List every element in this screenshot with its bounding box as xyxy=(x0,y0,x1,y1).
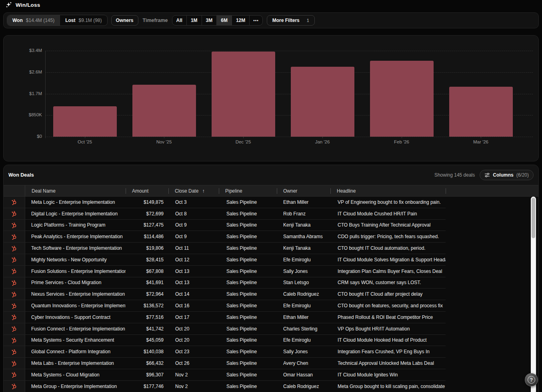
table-row[interactable]: Meta Logic - Enterprise Implementation$1… xyxy=(4,197,538,208)
timeframe-12m-button[interactable]: 12M xyxy=(232,16,249,25)
deal-name-cell: Cyber Innovations - Support Contract xyxy=(25,314,126,320)
headline-cell: IT Cloud Module Crushed HR/IT Pain xyxy=(330,211,446,217)
table-body: Meta Logic - Enterprise Implementation$1… xyxy=(4,197,538,392)
amount-cell: $127,475 xyxy=(126,222,168,228)
owner-cell: Caleb Rodriguez xyxy=(277,291,330,297)
owner-cell: Sally Jones xyxy=(277,349,330,354)
column-header-owner[interactable]: Owner xyxy=(277,185,330,196)
table-row[interactable]: Fusion Connect - Enterprise Implementati… xyxy=(4,323,538,335)
pipeline-cell: Sales Pipeline xyxy=(219,291,277,297)
sliders-icon xyxy=(484,172,490,178)
column-header-close-date[interactable]: Close Date↑ xyxy=(168,185,219,196)
headline-cell: CTO Buys Training After Technical Approv… xyxy=(330,222,446,228)
amount-cell: $136,572 xyxy=(126,303,168,308)
hubspot-icon xyxy=(4,243,25,254)
column-header-headline[interactable]: Headline xyxy=(330,185,446,196)
deal-name-cell: Digital Logic - Enterprise Implementatio… xyxy=(25,211,126,217)
won-label: Won xyxy=(12,18,23,23)
pipeline-cell: Sales Pipeline xyxy=(219,211,277,217)
bar-feb--26[interactable] xyxy=(370,61,434,137)
bar-mar--26[interactable] xyxy=(449,87,513,137)
deal-name-cell: Meta Labs - Enterprise Implementation xyxy=(25,360,126,366)
table-row[interactable]: Meta Labs - Enterprise Implementation$66… xyxy=(4,358,538,369)
table-column-header-row: Deal NameAmountClose Date↑PipelineOwnerH… xyxy=(4,185,538,197)
owner-cell: Ethan Miller xyxy=(277,314,330,320)
hubspot-icon xyxy=(4,312,25,323)
owner-cell: Rob Franz xyxy=(277,211,330,217)
close-date-cell: Oct 16 xyxy=(168,303,219,308)
hubspot-icon xyxy=(4,277,25,289)
amount-cell: $28,415 xyxy=(126,257,168,263)
lost-filter-button[interactable]: Lost $9.1M (98) xyxy=(60,15,107,26)
headline-cell: IT Cloud Module Ignites Win xyxy=(330,372,446,378)
headline-cell: IT Cloud Module Solves Migration & Suppo… xyxy=(330,257,446,263)
table-row[interactable]: Quantum Innovations - Enterprise Impleme… xyxy=(4,300,538,312)
table-row[interactable]: Meta Group - Enterprise Implementation$1… xyxy=(4,381,538,392)
hubspot-icon xyxy=(4,220,25,231)
close-date-cell: Oct 11 xyxy=(168,245,219,251)
close-date-cell: Oct 20 xyxy=(168,326,219,332)
owner-cell: Sally Jones xyxy=(277,269,330,274)
hubspot-icon xyxy=(4,254,25,266)
close-date-cell: Oct 17 xyxy=(168,314,219,320)
timeframe-1m-button[interactable]: 1M xyxy=(186,16,202,25)
deal-name-cell: Meta Systems - Cloud Migration xyxy=(25,372,126,378)
headline-cell: Integration Plan Calms Buyer Fears, Clos… xyxy=(330,269,446,274)
x-axis-tick xyxy=(243,137,244,138)
deal-name-cell: Global Connect - Platform Integration xyxy=(25,349,126,354)
timeframe-3m-button[interactable]: 3M xyxy=(202,16,217,25)
pipeline-cell: Sales Pipeline xyxy=(219,280,277,285)
x-axis-tick-label: Oct '25 xyxy=(61,139,109,144)
table-scrollbar[interactable] xyxy=(531,197,536,392)
deal-name-cell: Mighty Networks - New Opportunity xyxy=(25,257,126,263)
column-header-filler xyxy=(446,185,538,196)
win-loss-page: Win/Loss Won $14.4M (145) Lost $9.1M (98… xyxy=(0,0,542,392)
bar-nov--25[interactable] xyxy=(132,85,196,137)
columns-button-count: (6/20) xyxy=(516,172,529,178)
help-button[interactable]: ? xyxy=(525,373,538,386)
column-header-amount[interactable]: Amount xyxy=(126,185,168,196)
pipeline-cell: Sales Pipeline xyxy=(219,384,277,389)
timeframe-more-button[interactable]: ••• xyxy=(249,16,262,25)
table-row[interactable]: Peak Analytics - Enterprise Implementati… xyxy=(4,231,538,243)
close-date-cell: Oct 8 xyxy=(168,211,219,217)
more-filters-button[interactable]: More Filters 1 xyxy=(267,15,315,26)
pipeline-cell: Sales Pipeline xyxy=(219,269,277,274)
timeframe-all-button[interactable]: All xyxy=(172,16,186,25)
column-header-pipeline[interactable]: Pipeline xyxy=(219,185,277,196)
bar-jan--26[interactable] xyxy=(291,67,354,137)
amount-cell: $45,059 xyxy=(126,337,168,343)
owner-cell: Charles Sterling xyxy=(277,326,330,332)
table-row[interactable]: Fusion Solutions - Enterprise Implementa… xyxy=(4,266,538,277)
x-axis-tick-label: Dec '25 xyxy=(219,139,267,144)
owner-cell: Kenji Tanaka xyxy=(277,245,330,251)
columns-button[interactable]: Columns (6/20) xyxy=(480,170,534,180)
timeframe-6m-button[interactable]: 6M xyxy=(216,16,232,25)
table-row[interactable]: Prime Services - Cloud Migration$41,691O… xyxy=(4,277,538,289)
hubspot-icon xyxy=(4,231,25,243)
table-row[interactable]: Tech Software - Enterprise Implementatio… xyxy=(4,243,538,254)
headline-cell: VP of Engineering bought to fix onboardi… xyxy=(330,199,446,205)
table-row[interactable]: Nexus Services - Enterprise Implementati… xyxy=(4,289,538,300)
owner-cell: Omar Hassan xyxy=(277,372,330,378)
chart-gridline xyxy=(45,72,533,73)
table-row[interactable]: Global Connect - Platform Integration$14… xyxy=(4,346,538,358)
table-row[interactable]: Meta Systems - Cloud Migration$96,307Nov… xyxy=(4,369,538,381)
table-row[interactable]: Logic Platforms - Training Program$127,4… xyxy=(4,220,538,231)
deal-name-cell: Meta Logic - Enterprise Implementation xyxy=(25,199,126,205)
close-date-cell: Nov 2 xyxy=(168,384,219,389)
bar-dec--25[interactable] xyxy=(212,52,275,137)
table-row[interactable]: Cyber Innovations - Support Contract$77,… xyxy=(4,312,538,323)
amount-cell: $41,691 xyxy=(126,280,168,285)
hubspot-icon xyxy=(4,208,25,220)
pipeline-cell: Sales Pipeline xyxy=(219,360,277,366)
table-row[interactable]: Meta Systems - Security Enhancement$45,0… xyxy=(4,335,538,346)
column-header-deal-name[interactable]: Deal Name xyxy=(25,185,126,196)
headline-cell: CTO bought IT Cloud after project delay xyxy=(330,291,446,297)
table-row[interactable]: Digital Logic - Enterprise Implementatio… xyxy=(4,208,538,220)
won-filter-button[interactable]: Won $14.4M (145) xyxy=(7,15,60,26)
owners-filter-button[interactable]: Owners xyxy=(111,15,138,26)
bar-oct--25[interactable] xyxy=(53,106,117,137)
scrollbar-thumb[interactable] xyxy=(532,198,535,238)
table-row[interactable]: Mighty Networks - New Opportunity$28,415… xyxy=(4,254,538,266)
